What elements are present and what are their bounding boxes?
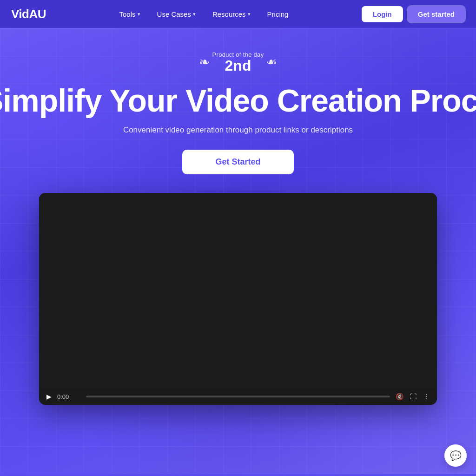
product-badge: ❧ Product of the day 2nd ❧ — [199, 51, 278, 73]
hero-cta-button[interactable]: Get Started — [182, 150, 294, 174]
chat-widget[interactable]: 💬 — [444, 444, 467, 467]
nav-pricing[interactable]: Pricing — [261, 7, 295, 22]
chat-icon: 💬 — [450, 450, 462, 461]
hero-title: Simplify Your Video Creation Process — [0, 84, 476, 117]
navbar: VidAU Tools ▾ Use Cases ▾ Resources ▾ Pr… — [0, 0, 476, 28]
control-icons: 🔇 ⛶ ⋮ — [396, 393, 430, 400]
fullscreen-icon[interactable]: ⛶ — [410, 393, 416, 400]
video-player: ▶ 0:00 🔇 ⛶ ⋮ — [39, 193, 437, 405]
play-button[interactable]: ▶ — [46, 393, 52, 400]
mute-icon[interactable]: 🔇 — [396, 393, 403, 400]
time-display: 0:00 — [57, 393, 80, 400]
nav-buttons: Login Get started — [362, 6, 465, 22]
nav-tools[interactable]: Tools ▾ — [113, 7, 147, 22]
wreath-left-icon: ❧ — [199, 54, 210, 70]
chevron-down-icon: ▾ — [248, 11, 251, 17]
login-button[interactable]: Login — [362, 6, 403, 22]
wreath-right-icon: ❧ — [266, 54, 277, 70]
chevron-down-icon: ▾ — [138, 11, 140, 17]
chevron-down-icon: ▾ — [193, 11, 196, 17]
get-started-nav-button[interactable]: Get started — [408, 6, 465, 22]
more-options-icon[interactable]: ⋮ — [423, 393, 430, 400]
badge-number: 2nd — [225, 58, 251, 73]
nav-use-cases[interactable]: Use Cases ▾ — [151, 7, 202, 22]
video-screen — [39, 193, 437, 388]
nav-resources[interactable]: Resources ▾ — [206, 7, 257, 22]
video-controls: ▶ 0:00 🔇 ⛶ ⋮ — [39, 388, 437, 405]
progress-bar[interactable] — [86, 396, 390, 397]
hero-section: ❧ Product of the day 2nd ❧ Simplify Your… — [0, 28, 476, 474]
nav-links: Tools ▾ Use Cases ▾ Resources ▾ Pricing — [113, 7, 295, 22]
brand-logo[interactable]: VidAU — [11, 7, 46, 21]
hero-subtitle: Convenient video generation through prod… — [123, 126, 353, 135]
